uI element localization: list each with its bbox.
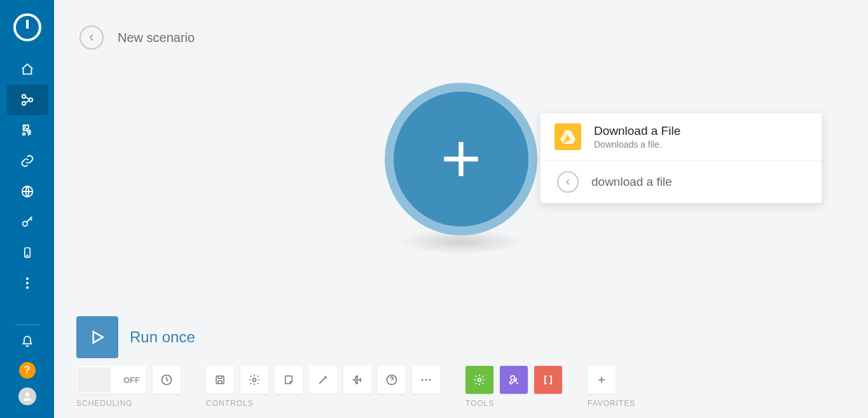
app-logo[interactable] <box>0 0 54 54</box>
google-drive-icon <box>555 123 581 150</box>
favorites-label: FAVORITES <box>588 399 635 408</box>
sidebar-item-devices[interactable] <box>7 237 48 268</box>
svg-point-25 <box>429 379 431 381</box>
gear-icon <box>248 373 261 386</box>
sidebar: ? <box>0 0 54 418</box>
add-module[interactable] <box>385 83 537 235</box>
control-autoalign-button[interactable] <box>309 366 337 394</box>
scheduling-toggle[interactable]: OFF <box>76 366 146 394</box>
save-icon <box>214 374 226 386</box>
svg-point-21 <box>253 379 256 382</box>
back-button[interactable] <box>79 25 104 50</box>
svg-point-2 <box>22 95 25 99</box>
run-once-label: Run once <box>130 328 195 346</box>
svg-point-3 <box>29 98 32 102</box>
module-picker: Download a File Downloads a file. downlo… <box>541 113 822 203</box>
sidebar-item-notifications[interactable] <box>7 330 48 353</box>
control-save-button[interactable] <box>206 366 234 394</box>
sidebar-item-help[interactable]: ? <box>19 362 36 379</box>
sidebar-item-connections[interactable] <box>7 146 48 176</box>
sidebar-item-home[interactable] <box>7 54 48 85</box>
favorites-add-button[interactable] <box>588 366 616 394</box>
svg-point-5 <box>22 133 25 136</box>
plane-icon <box>351 373 364 386</box>
control-more-button[interactable] <box>412 366 440 394</box>
bottom-toolbar: Run once OFF SCHEDULING <box>76 316 855 408</box>
sidebar-item-scenarios[interactable] <box>7 85 48 115</box>
scheduling-group: OFF SCHEDULING <box>76 366 181 408</box>
note-icon <box>283 374 294 386</box>
control-settings-button[interactable] <box>240 366 268 394</box>
sidebar-item-webhooks[interactable] <box>7 176 48 207</box>
controls-group: CONTROLS <box>206 366 440 408</box>
controls-label: CONTROLS <box>206 399 440 408</box>
picker-back-button[interactable] <box>557 171 579 193</box>
favorites-group: FAVORITES <box>588 366 635 408</box>
svg-point-24 <box>425 379 427 381</box>
tools-group: TOOLS <box>465 366 562 408</box>
svg-marker-18 <box>93 331 103 343</box>
sidebar-nav <box>0 54 54 298</box>
svg-point-11 <box>26 277 29 280</box>
sidebar-item-templates[interactable] <box>7 115 48 146</box>
control-notes-button[interactable] <box>275 366 303 394</box>
more-icon <box>420 378 432 382</box>
tools-label: TOOLS <box>465 399 562 408</box>
svg-rect-1 <box>26 20 29 29</box>
svg-point-14 <box>25 393 29 396</box>
sidebar-item-more[interactable] <box>7 268 48 298</box>
canvas[interactable]: New scenario Download a File Downloads a… <box>54 0 868 418</box>
picker-option-subtitle: Downloads a file. <box>594 139 680 150</box>
svg-point-13 <box>26 286 29 289</box>
tool-tools-button[interactable] <box>500 366 528 394</box>
svg-point-26 <box>478 379 481 382</box>
svg-point-4 <box>22 102 25 106</box>
clock-icon <box>160 373 173 386</box>
control-help-button[interactable] <box>378 366 406 394</box>
sidebar-item-keys[interactable] <box>7 207 48 237</box>
control-explain-button[interactable] <box>343 366 371 394</box>
tool-text-button[interactable] <box>534 366 562 394</box>
svg-rect-20 <box>216 376 224 384</box>
top-bar: New scenario <box>79 25 195 50</box>
gear-icon <box>473 373 486 386</box>
scheduling-state: OFF <box>123 375 140 385</box>
tool-flow-button[interactable] <box>465 366 493 394</box>
svg-point-12 <box>26 282 29 284</box>
sidebar-divider <box>15 324 40 325</box>
brackets-icon <box>542 373 555 386</box>
svg-point-23 <box>422 379 424 381</box>
run-once-button[interactable] <box>76 316 118 358</box>
svg-point-8 <box>22 221 27 226</box>
picker-search-row[interactable]: download a file <box>541 161 822 203</box>
plus-icon <box>596 374 607 386</box>
scenario-title[interactable]: New scenario <box>118 31 195 45</box>
sidebar-item-profile[interactable] <box>18 387 36 405</box>
picker-option-download-file[interactable]: Download a File Downloads a file. <box>541 113 822 160</box>
schedule-settings-button[interactable] <box>153 366 181 394</box>
svg-point-6 <box>27 130 30 133</box>
picker-option-title: Download a File <box>594 124 680 138</box>
help-icon <box>385 373 398 386</box>
wrench-icon <box>507 373 520 386</box>
svg-point-10 <box>27 255 28 256</box>
plus-icon <box>394 92 528 226</box>
wand-icon <box>317 373 329 386</box>
picker-search-value: download a file <box>591 175 672 189</box>
scheduling-label: SCHEDULING <box>76 399 181 408</box>
